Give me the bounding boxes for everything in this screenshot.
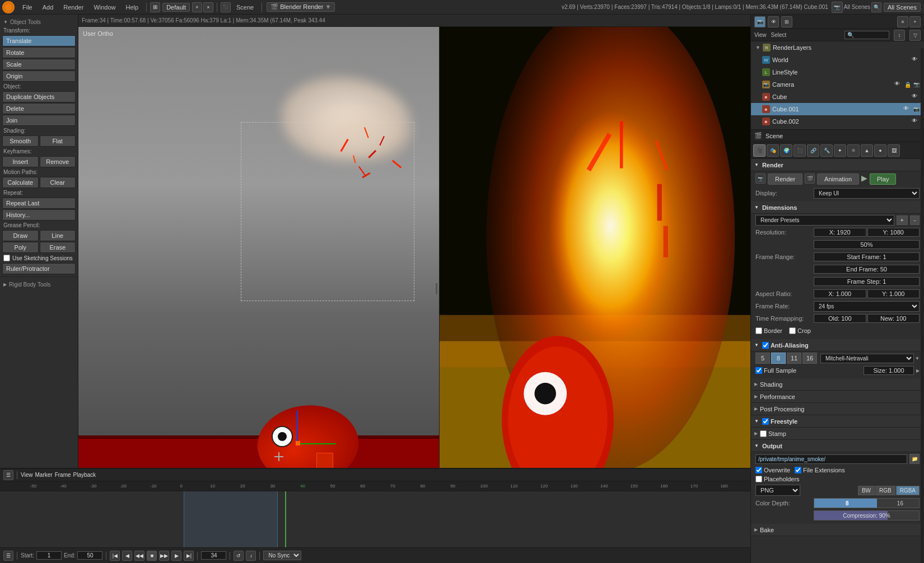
- overwrite-label[interactable]: Overwrite: [755, 467, 790, 473]
- freestyle-section-header[interactable]: ▼ Freestyle: [751, 415, 924, 428]
- outliner-filter-icon[interactable]: ▽: [909, 30, 921, 41]
- origin-btn[interactable]: Origin: [2, 71, 76, 82]
- expand-icon[interactable]: +: [192, 2, 202, 12]
- output-section-header[interactable]: ▼ Output: [751, 440, 924, 452]
- end-frame-input[interactable]: 50: [77, 551, 102, 560]
- physics-category-btn[interactable]: ⚛: [847, 144, 860, 157]
- render-presets-select[interactable]: Render Presets: [755, 215, 894, 226]
- color-depth-slider[interactable]: 8 16: [814, 498, 920, 508]
- step-back-btn[interactable]: ◀: [122, 551, 132, 561]
- poly-btn[interactable]: Poly: [2, 242, 39, 253]
- engine-selector[interactable]: 🎬 Blender Render ▼: [267, 2, 335, 12]
- flat-btn[interactable]: Flat: [40, 135, 76, 147]
- no-sync-select[interactable]: No Sync: [263, 551, 301, 560]
- overwrite-checkbox[interactable]: [755, 467, 762, 473]
- file-ext-label[interactable]: File Extensions: [795, 467, 845, 473]
- menu-window[interactable]: Window: [89, 3, 120, 12]
- tl-frame-btn[interactable]: Frame: [55, 472, 71, 478]
- constraints-category-btn[interactable]: 🔗: [807, 144, 819, 157]
- frame-rate-select[interactable]: 24 fps: [814, 301, 920, 312]
- outliner-world-item[interactable]: W World 👁: [751, 54, 924, 66]
- loop-icon[interactable]: ↺: [234, 551, 244, 561]
- modifier-category-btn[interactable]: 🔧: [820, 144, 833, 157]
- full-sample-checkbox[interactable]: [755, 367, 762, 374]
- outliner-view-btn[interactable]: View: [754, 32, 767, 38]
- freestyle-enable-label[interactable]: Freestyle: [762, 418, 797, 425]
- frame-step-field[interactable]: Frame Step: 1: [814, 277, 920, 286]
- scene-category-btn[interactable]: 🎭: [767, 144, 779, 157]
- compression-slider[interactable]: Compression: 90%: [814, 510, 920, 520]
- view-icon-btn[interactable]: 👁: [768, 16, 779, 27]
- stamp-section[interactable]: ▶ Stamp: [751, 428, 924, 440]
- scale-btn[interactable]: Scale: [2, 59, 76, 70]
- viewport-type-icon[interactable]: ⬛: [221, 2, 231, 12]
- new-remap-field[interactable]: New: 100: [867, 314, 920, 323]
- history-btn[interactable]: History...: [2, 209, 76, 220]
- old-remap-field[interactable]: Old: 100: [814, 314, 866, 323]
- stamp-checkbox[interactable]: [760, 430, 767, 437]
- outliner-sort-icon[interactable]: ↕: [894, 30, 905, 41]
- aa-enable-checkbox[interactable]: [762, 342, 769, 349]
- line-btn[interactable]: Line: [40, 230, 76, 241]
- world-eye-icon[interactable]: 👁: [912, 56, 920, 64]
- presets-add-btn[interactable]: +: [897, 215, 908, 225]
- asp-y-field[interactable]: Y: 1.000: [867, 289, 920, 298]
- audio-icon[interactable]: ♪: [246, 551, 256, 561]
- placeholders-label[interactable]: Placeholders: [755, 476, 800, 482]
- blender-logo[interactable]: [2, 1, 15, 13]
- post-processing-section[interactable]: ▶ Post Processing: [751, 403, 924, 415]
- delete-btn[interactable]: Delete: [2, 103, 76, 114]
- play-button[interactable]: Play: [870, 173, 896, 185]
- crop-checkbox[interactable]: [789, 327, 796, 334]
- join-btn[interactable]: Join: [2, 115, 76, 126]
- rotate-btn[interactable]: Rotate: [2, 47, 76, 58]
- dimensions-section-header[interactable]: ▼ Dimensions: [751, 201, 924, 214]
- tl-marker-btn[interactable]: Marker: [35, 472, 53, 478]
- outliner-linestyle-item[interactable]: L LineStyle: [751, 66, 924, 78]
- object-category-btn[interactable]: ⬛: [794, 144, 806, 157]
- menu-render[interactable]: Render: [59, 3, 88, 12]
- aa-16-btn[interactable]: 16: [802, 353, 817, 364]
- play-back-btn[interactable]: ◀◀: [134, 551, 144, 561]
- menu-help[interactable]: Help: [122, 3, 143, 12]
- aa-filter-select[interactable]: Mitchell-Netravali: [820, 354, 914, 363]
- outliner-cube002-item[interactable]: ■ Cube.002 👁: [751, 115, 924, 128]
- search-icon[interactable]: 🔍: [871, 2, 881, 12]
- render-section-header[interactable]: ▼ Render: [751, 159, 924, 171]
- aa-section-header[interactable]: ▼ Anti-Aliasing: [751, 339, 924, 351]
- bw-btn[interactable]: BW: [858, 486, 875, 495]
- aa-8-btn[interactable]: 8: [771, 353, 786, 364]
- format-select[interactable]: PNG: [755, 485, 800, 496]
- render-button[interactable]: Render: [768, 173, 802, 185]
- outliner-select-btn[interactable]: Select: [771, 32, 787, 38]
- ruler-btn[interactable]: Ruler/Protractor: [2, 263, 76, 274]
- start-frame-field[interactable]: Start Frame: 1: [814, 252, 920, 261]
- jump-end-btn[interactable]: ▶|: [184, 551, 194, 561]
- stamp-enable-label[interactable]: Stamp: [760, 430, 786, 437]
- cube002-vis-icon[interactable]: 👁: [912, 118, 920, 125]
- aa-enable-label[interactable]: Anti-Aliasing: [762, 342, 809, 349]
- cube-vis-icon[interactable]: 👁: [912, 93, 920, 101]
- aa-5-btn[interactable]: 5: [755, 353, 770, 364]
- stop-btn[interactable]: ■: [147, 551, 157, 561]
- outliner-search[interactable]: [844, 31, 889, 39]
- output-path-input[interactable]: /private/tmp/anime_smoke/: [755, 454, 907, 464]
- rgb-btn[interactable]: RGB: [875, 486, 895, 495]
- close-icon[interactable]: ×: [203, 2, 213, 12]
- use-sketching-checkbox[interactable]: [3, 255, 10, 261]
- all-scenes-badge[interactable]: All Scenes: [884, 3, 921, 12]
- aa-11-btn[interactable]: 11: [787, 353, 801, 364]
- border-checkbox[interactable]: [755, 327, 762, 334]
- step-fwd-btn[interactable]: ▶: [171, 551, 181, 561]
- cube001-vis-icon[interactable]: 👁: [903, 105, 911, 113]
- world-category-btn[interactable]: 🌍: [780, 144, 792, 157]
- tl-playback-btn[interactable]: Playback: [73, 472, 96, 478]
- select-all-scenes-icon[interactable]: ⊞: [781, 16, 792, 27]
- shading-section[interactable]: ▶ Shading: [751, 378, 924, 391]
- rgba-btn[interactable]: RGBA: [896, 486, 920, 495]
- full-sample-label[interactable]: Full Sample: [755, 367, 796, 374]
- asp-x-field[interactable]: X: 1.000: [814, 289, 866, 298]
- camera-icon-btn[interactable]: 📷: [754, 16, 766, 27]
- file-ext-checkbox[interactable]: [795, 467, 801, 473]
- data-category-btn[interactable]: ▲: [861, 144, 873, 157]
